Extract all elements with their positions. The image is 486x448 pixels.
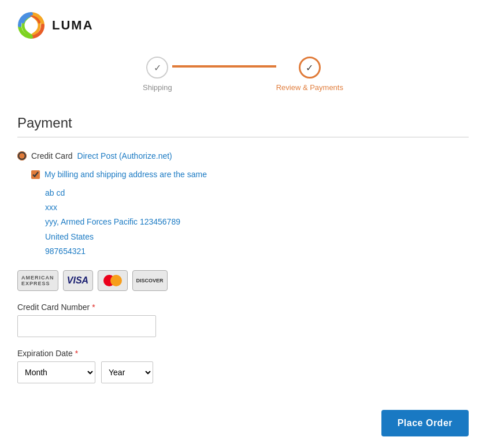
- expiration-date-field: Expiration Date* Month 01 02 03 04 05 06…: [17, 349, 469, 383]
- step-shipping-circle: ✓: [146, 57, 168, 79]
- authorize-net-link[interactable]: Direct Post (Authorize.net): [77, 151, 172, 160]
- credit-card-label-text: Credit Card: [31, 151, 73, 160]
- address-line4: United States: [45, 230, 469, 244]
- month-select[interactable]: Month 01 02 03 04 05 06 07 08 09 10 11 1…: [17, 361, 95, 383]
- mc-orange-circle: [110, 275, 122, 286]
- step-connector: [172, 65, 276, 68]
- step-shipping: ✓ Shipping: [143, 57, 172, 92]
- required-star-cc: *: [92, 303, 95, 312]
- payment-method-label[interactable]: Credit Card Direct Post (Authorize.net): [17, 151, 469, 160]
- expiration-row: Month 01 02 03 04 05 06 07 08 09 10 11 1…: [17, 361, 469, 383]
- mastercard-icon: [98, 270, 128, 291]
- luma-logo-icon: [17, 12, 45, 39]
- billing-section: My billing and shipping address are the …: [31, 170, 469, 259]
- address-line1: ab cd: [45, 186, 469, 200]
- address-info: ab cd xxx yyy, Armed Forces Pacific 1234…: [45, 186, 469, 259]
- billing-same-label: My billing and shipping address are the …: [44, 170, 207, 179]
- expiration-date-label: Expiration Date*: [17, 349, 469, 358]
- step-shipping-label: Shipping: [143, 83, 172, 92]
- step-review-circle: ✓: [299, 57, 321, 79]
- visa-card-icon: VISA: [63, 270, 93, 291]
- year-select[interactable]: Year 2024 2025 2026 2027 2028 2029 2030: [101, 361, 153, 383]
- address-line3: yyy, Armed Forces Pacific 123456789: [45, 215, 469, 229]
- logo-text: LUMA: [52, 18, 94, 33]
- payment-section: Payment Credit Card Direct Post (Authori…: [17, 115, 469, 383]
- billing-checkbox-row: My billing and shipping address are the …: [31, 170, 469, 179]
- page-wrapper: LUMA ✓ Shipping ✓ Review & Payments Paym…: [0, 0, 486, 448]
- review-check-icon: ✓: [306, 62, 313, 73]
- credit-card-number-input[interactable]: [17, 315, 156, 337]
- billing-same-checkbox[interactable]: [31, 170, 40, 179]
- section-divider: [17, 137, 469, 137]
- credit-card-number-label: Credit Card Number*: [17, 303, 469, 312]
- header: LUMA: [17, 12, 469, 39]
- payment-title: Payment: [17, 115, 469, 131]
- shipping-check-icon: ✓: [154, 62, 161, 73]
- place-order-button[interactable]: Place Order: [381, 410, 469, 436]
- payment-method: Credit Card Direct Post (Authorize.net): [17, 151, 469, 160]
- credit-card-number-field: Credit Card Number*: [17, 303, 469, 337]
- address-line5: 987654321: [45, 244, 469, 259]
- step-review-payments: ✓ Review & Payments: [276, 57, 343, 92]
- discover-card-icon: DISCOVER: [132, 270, 168, 291]
- amex-card-icon: AMERICANEXPRESS: [17, 270, 58, 291]
- step-review-label: Review & Payments: [276, 83, 343, 92]
- credit-card-radio[interactable]: [17, 151, 27, 160]
- progress-steps: ✓ Shipping ✓ Review & Payments: [17, 57, 469, 92]
- address-line2: xxx: [45, 200, 469, 215]
- card-icons: AMERICANEXPRESS VISA DISCOVER: [17, 270, 469, 291]
- required-star-exp: *: [75, 349, 78, 358]
